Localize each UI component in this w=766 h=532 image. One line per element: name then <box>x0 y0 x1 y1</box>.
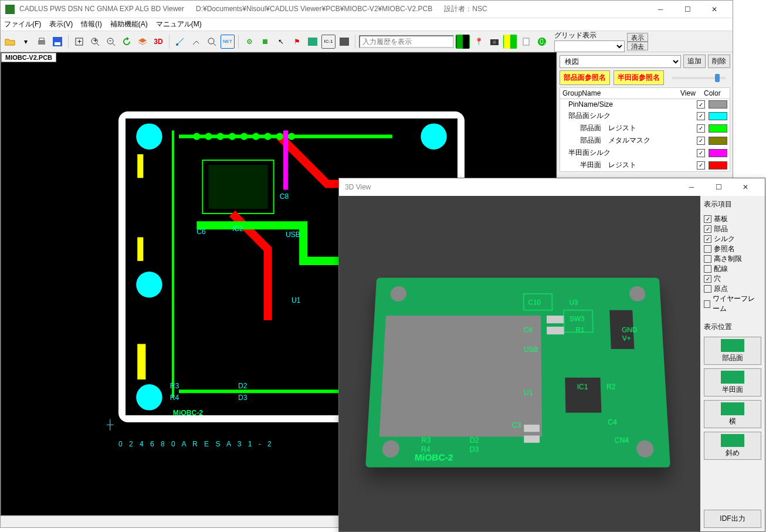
document-tab[interactable]: MIOBC-V2.PCB <box>1 53 56 62</box>
open-dropdown-icon[interactable]: ▾ <box>19 35 33 49</box>
zoom-extents-icon[interactable]: + <box>72 35 86 49</box>
layer-view-checkbox[interactable] <box>697 124 705 133</box>
board-icon[interactable] <box>306 35 320 49</box>
layer-color-swatch[interactable] <box>709 161 727 170</box>
save-icon[interactable] <box>50 35 65 49</box>
grid-clear-button[interactable]: 消去 <box>627 42 648 50</box>
3d-option-row[interactable]: 高さ制限 <box>704 254 761 264</box>
components-icon[interactable]: ⚙ <box>242 35 256 49</box>
3d-icon[interactable]: 3D <box>151 35 165 49</box>
3d-option-row[interactable]: ワイヤーフレーム <box>704 294 761 314</box>
3d-option-checkbox[interactable] <box>704 225 711 233</box>
layer-color-swatch[interactable] <box>709 149 727 157</box>
layer-view-checkbox[interactable] <box>697 112 705 120</box>
layer-row[interactable]: PinName/Size <box>560 99 730 110</box>
search-icon[interactable] <box>205 35 219 49</box>
3d-option-checkbox[interactable] <box>704 265 711 273</box>
ref-top-button[interactable]: 部品面参照名 <box>560 70 610 85</box>
3d-option-checkbox[interactable] <box>704 300 710 308</box>
badge-icon[interactable]: 0.8 <box>535 35 549 49</box>
pin-icon[interactable]: 📍 <box>472 35 486 49</box>
layer-color-swatch[interactable] <box>709 124 727 133</box>
svg-rect-31 <box>137 154 143 178</box>
3d-option-checkbox[interactable] <box>704 235 711 243</box>
layer-row[interactable]: 部品面 メタルマスク <box>560 134 730 147</box>
opacity-slider[interactable] <box>672 77 726 79</box>
pattern-icon[interactable] <box>337 35 351 49</box>
layer-row[interactable]: 部品面 レジスト <box>560 122 730 134</box>
layer-row[interactable]: 部品面シルク <box>560 110 730 122</box>
3d-option-row[interactable]: 配線 <box>704 264 761 274</box>
3d-option-checkbox[interactable] <box>704 215 711 223</box>
svg-point-55 <box>382 440 399 458</box>
layer-view-checkbox[interactable] <box>697 137 705 145</box>
3d-option-row[interactable]: 基板 <box>704 214 761 224</box>
zoom-in-icon[interactable]: + <box>88 35 102 49</box>
grid-combo[interactable] <box>554 40 625 52</box>
probe-icon[interactable] <box>189 35 203 49</box>
3d-position-button[interactable]: 部品面 <box>704 337 761 365</box>
3d-position-button[interactable]: 半田面 <box>704 368 761 397</box>
layers-icon[interactable] <box>135 35 150 49</box>
layer-row[interactable]: 半田面 レジスト <box>560 159 730 171</box>
layer-color-swatch[interactable] <box>709 112 727 120</box>
report-icon[interactable] <box>519 35 533 49</box>
layer-row[interactable]: 半田面シルク <box>560 147 730 159</box>
flag-green-icon[interactable] <box>456 35 470 49</box>
3d-option-checkbox[interactable] <box>704 285 711 293</box>
inspection-combo[interactable]: 検図 <box>560 55 681 68</box>
3d-option-row[interactable]: 部品 <box>704 224 761 234</box>
history-input[interactable] <box>359 35 454 48</box>
cursor-icon[interactable]: ↖ <box>274 35 288 49</box>
measure-icon[interactable] <box>173 35 187 49</box>
delete-button[interactable]: 削除 <box>708 55 730 68</box>
3d-canvas[interactable]: C10 U3 SW3 C8 R1 USB IC1 R2 U1 C3 C4 R3 … <box>339 196 700 531</box>
menu-manual[interactable]: マニュアル(M) <box>156 19 202 29</box>
maximize-button[interactable]: ☐ <box>674 1 701 18</box>
grid-show-button[interactable]: 表示 <box>627 33 648 42</box>
svg-point-53 <box>390 286 406 301</box>
layer-view-checkbox[interactable] <box>697 149 705 157</box>
close-button[interactable]: ✕ <box>701 1 728 18</box>
layer-view-checkbox[interactable] <box>697 100 705 109</box>
drc-icon[interactable]: ⚑ <box>290 35 304 49</box>
3d-option-checkbox[interactable] <box>704 275 711 283</box>
footer-coordinates: 0 2 4 6 8 0 A R E S A 3 1 - 2 <box>118 440 274 448</box>
3d-minimize-button[interactable]: ─ <box>678 178 705 196</box>
net-icon[interactable]: NET <box>221 35 235 49</box>
svg-point-40 <box>265 133 272 140</box>
minimize-button[interactable]: ─ <box>647 1 674 18</box>
idf-export-button[interactable]: IDF出力 <box>704 510 761 528</box>
layer-color-swatch[interactable] <box>709 137 727 145</box>
flag-yg-icon[interactable] <box>503 35 517 49</box>
3d-option-row[interactable]: シルク <box>704 234 761 244</box>
camera-icon[interactable] <box>487 35 501 49</box>
3d-option-row[interactable]: 穴 <box>704 274 761 284</box>
chip-icon[interactable] <box>258 35 272 49</box>
menu-info[interactable]: 情報(I) <box>81 19 101 29</box>
layer-color-swatch[interactable] <box>709 100 727 109</box>
menu-view[interactable]: 表示(V) <box>49 19 73 29</box>
3d-option-checkbox[interactable] <box>704 245 711 253</box>
3d-position-button[interactable]: 斜め <box>704 432 761 460</box>
add-button[interactable]: 追加 <box>683 55 706 68</box>
open-icon[interactable] <box>3 35 17 49</box>
3d-position-button[interactable]: 横 <box>704 400 761 428</box>
zoom-out-icon[interactable]: - <box>104 35 118 49</box>
menu-aux[interactable]: 補助機能(A) <box>110 19 148 29</box>
ic-icon[interactable]: IC-1 <box>321 35 335 49</box>
ref-bottom-button[interactable]: 半田面参照名 <box>614 70 664 85</box>
refresh-icon[interactable] <box>120 35 134 49</box>
3d-maximize-button[interactable]: ☐ <box>705 178 732 196</box>
3d-option-checkbox[interactable] <box>704 255 711 263</box>
layer-view-checkbox[interactable] <box>697 161 705 170</box>
3d-position-label: 半田面 <box>722 385 743 395</box>
3d-option-row[interactable]: 参照名 <box>704 244 761 254</box>
3d-option-label: 高さ制限 <box>714 254 742 264</box>
menu-file[interactable]: ファイル(F) <box>4 19 41 29</box>
print-icon[interactable] <box>35 35 49 49</box>
3d-close-button[interactable]: ✕ <box>732 178 759 196</box>
3d-option-row[interactable]: 原点 <box>704 284 761 294</box>
svg-text:C6: C6 <box>196 228 206 236</box>
svg-line-15 <box>213 43 216 46</box>
